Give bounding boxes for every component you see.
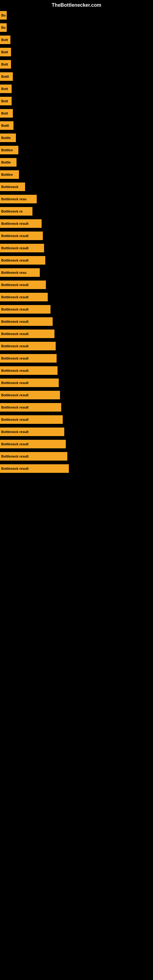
bar-item: Bottle — [0, 158, 16, 167]
bar-label: Bottleneck result — [1, 442, 29, 446]
bar-item: Bottleneck result — [0, 354, 57, 363]
bar-row: Bott — [0, 83, 153, 95]
bar-item: Bott — [0, 60, 11, 68]
bar-row: Bottlen — [0, 144, 153, 156]
bar-row: Bottleneck result — [0, 426, 153, 438]
bar-row: Bottleneck result — [0, 242, 153, 254]
bar-item: Bottleneck result — [0, 452, 67, 461]
bar-row: Bottleneck resu — [0, 193, 153, 205]
bar-label: Bottleneck result — [1, 283, 29, 286]
bar-item: Bottleneck result — [0, 464, 69, 473]
bar-row: Bottle — [0, 156, 153, 169]
bar-label: Bo — [1, 13, 5, 17]
bar-row: Bo — [0, 21, 153, 34]
bar-label: Bottleneck result — [1, 369, 29, 372]
bar-item: Bottleneck result — [0, 391, 60, 399]
bar-row: Bottleneck result — [0, 463, 153, 475]
bar-row: Bottleneck result — [0, 438, 153, 450]
bar-item: Bottleneck result — [0, 428, 64, 436]
site-title: TheBottlenecker.com — [0, 0, 153, 9]
bar-label: Bottleneck result — [1, 344, 29, 348]
bar-label: Bottl — [1, 75, 9, 78]
bar-item: Bottleneck result — [0, 280, 46, 289]
bar-row: Bottleneck result — [0, 303, 153, 315]
bar-row: Bottleneck result — [0, 401, 153, 414]
bar-row: Bottleneck result — [0, 254, 153, 266]
bar-row: Bott — [0, 46, 153, 58]
bar-row: Bottleneck result — [0, 364, 153, 377]
bar-row: Bott — [0, 107, 153, 119]
bar-row: Bottleneck re — [0, 205, 153, 218]
bar-item: Bo — [0, 11, 7, 20]
bar-item: Bottleneck result — [0, 293, 48, 301]
bar-label: Bottleneck resu — [1, 271, 27, 274]
bar-row: Bottl — [0, 70, 153, 83]
bar-label: Bottleneck result — [1, 430, 29, 434]
bar-item: Bottleneck result — [0, 342, 56, 350]
bar-item: Bottleneck result — [0, 415, 63, 424]
bar-row: Bottleneck resu — [0, 266, 153, 279]
bar-item: Bottleneck result — [0, 219, 41, 228]
bar-label: Bottleneck result — [1, 234, 29, 238]
bar-label: Bottleneck result — [1, 332, 29, 336]
bar-label: Bottle — [1, 161, 11, 164]
bar-label: Bottleneck re — [1, 210, 22, 213]
bar-row: Bottlen — [0, 169, 153, 181]
bar-label: Bottleneck result — [1, 307, 29, 311]
bar-item: Bottl — [0, 121, 13, 130]
bar-label: Bottleneck result — [1, 222, 29, 225]
bar-label: Bottleneck result — [1, 320, 29, 323]
bar-row: Bottleneck result — [0, 291, 153, 303]
bar-label: Bott — [1, 62, 8, 66]
bar-label: Bottleneck result — [1, 406, 29, 409]
bar-item: Bott — [0, 48, 11, 56]
bar-item: Bo — [0, 23, 7, 32]
bar-label: Bottleneck — [1, 185, 18, 189]
bar-item: Bottleneck result — [0, 232, 43, 240]
bar-label: Bottleneck result — [1, 246, 29, 250]
bar-row: Bottleneck result — [0, 450, 153, 463]
bar-row: Bottleneck result — [0, 218, 153, 230]
bar-row: Bottleneck result — [0, 279, 153, 291]
bar-row: Bo — [0, 9, 153, 21]
bar-label: Bott — [1, 111, 8, 115]
bar-label: Bottlen — [1, 173, 13, 177]
bar-label: Bottleneck result — [1, 258, 29, 262]
bar-item: Bottl — [0, 72, 13, 81]
bar-row: Bottleneck — [0, 181, 153, 193]
bar-item: Bottleneck resu — [0, 268, 40, 277]
bar-item: Bottleneck result — [0, 440, 66, 449]
bar-item: Bottlen — [0, 170, 19, 179]
bar-item: Bottleneck result — [0, 256, 45, 265]
bar-row: Bott — [0, 95, 153, 107]
bar-label: Bottl — [1, 124, 9, 127]
bar-item: Bottleneck result — [0, 403, 61, 412]
bar-item: Bottleneck result — [0, 366, 57, 375]
bar-label: Bott — [1, 50, 8, 54]
bar-label: Bottleneck result — [1, 295, 29, 299]
bar-row: Bottleneck result — [0, 377, 153, 389]
bar-label: Bottleneck resu — [1, 197, 27, 201]
bar-label: Bottleneck result — [1, 381, 29, 385]
bar-item: Bott — [0, 84, 12, 93]
bar-row: Bottleneck result — [0, 389, 153, 401]
bar-label: Bott — [1, 99, 8, 103]
bar-item: Bott — [0, 97, 12, 105]
bar-item: Bottle — [0, 134, 16, 142]
bar-row: Bottleneck result — [0, 352, 153, 364]
bar-item: Bottlen — [0, 146, 18, 154]
bar-row: Bott — [0, 34, 153, 46]
bar-item: Bottleneck result — [0, 244, 44, 252]
bar-item: Bottleneck result — [0, 379, 59, 387]
bar-row: Bottleneck result — [0, 315, 153, 328]
bar-row: Bottleneck result — [0, 414, 153, 426]
bar-label: Bottle — [1, 136, 11, 140]
bar-label: Bottleneck result — [1, 455, 29, 458]
bar-item: Bott — [0, 109, 13, 118]
bar-row: Bottleneck result — [0, 328, 153, 340]
bar-label: Bottleneck result — [1, 418, 29, 422]
bar-label: Bott — [1, 87, 8, 91]
bar-label: Bottleneck result — [1, 467, 29, 470]
bar-item: Bottleneck result — [0, 329, 54, 338]
bar-label: Bottleneck result — [1, 393, 29, 397]
